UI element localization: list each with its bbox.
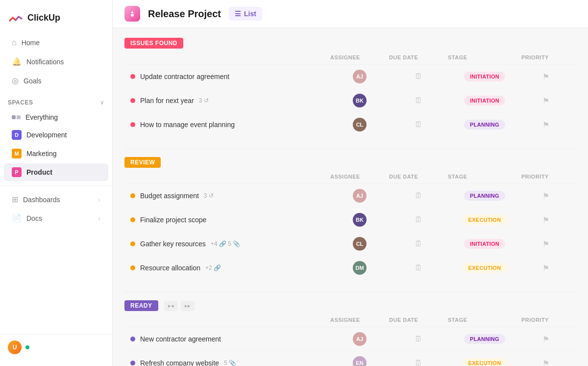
task-dot-yellow: [130, 193, 135, 198]
task-dot-red: [130, 122, 135, 127]
sidebar-item-dashboards[interactable]: ⊞ Dashboards ›: [4, 190, 108, 209]
docs-label: Docs: [26, 214, 42, 222]
table-row[interactable]: How to manage event planning CL 🗓 PLANNI…: [124, 113, 576, 137]
task-meta: +2 🔗: [205, 264, 221, 271]
stage-column-header: STAGE: [448, 317, 521, 323]
flag-icon: ⚑: [542, 263, 549, 273]
table-row[interactable]: Resource allocation +2 🔗 DM 🗓 EXECUTION …: [124, 256, 576, 280]
section-ready: READY ▸◂ ▸▸ ASSIGNEE DUE DATE STAGE PRIO…: [124, 300, 576, 366]
date-cell: 🗓: [389, 239, 448, 248]
sidebar-item-docs[interactable]: 📄 Docs ›: [4, 209, 108, 227]
table-row[interactable]: Gather key resources +4 🔗 5 📎 CL 🗓 INITI…: [124, 232, 576, 256]
flag-icon: ⚑: [542, 96, 549, 105]
task-list-content: ISSUES FOUND ASSIGNEE DUE DATE STAGE PRI…: [113, 28, 588, 366]
stage-cell: INITIATION: [448, 239, 521, 249]
assignee-cell: DM: [330, 261, 389, 275]
assignee-cell: AJ: [330, 189, 389, 203]
stage-column-header: STAGE: [448, 54, 521, 60]
priority-cell: ⚑: [521, 96, 570, 105]
user-status-dot: [25, 345, 29, 349]
development-label: Development: [26, 131, 67, 139]
priority-cell: ⚑: [521, 120, 570, 130]
task-dot-red: [130, 98, 135, 103]
table-row[interactable]: Plan for next year 3 ↺ BK 🗓 INITIATION ⚑: [124, 89, 576, 113]
everything-label: Everything: [25, 113, 58, 121]
task-name: Update contractor agreement: [130, 73, 330, 80]
task-column-header: [130, 54, 330, 60]
date-cell: 🗓: [389, 72, 448, 81]
avatar: U: [8, 340, 22, 354]
date-cell: 🗓: [389, 191, 448, 200]
assignee-cell: EN: [330, 356, 389, 366]
flag-icon: ⚑: [542, 120, 549, 130]
stage-cell: INITIATION: [448, 72, 521, 81]
calendar-icon: 🗓: [415, 120, 422, 129]
dashboards-chevron-icon: ›: [98, 196, 100, 204]
avatar: EN: [353, 356, 367, 366]
section-issues: ISSUES FOUND ASSIGNEE DUE DATE STAGE PRI…: [124, 38, 576, 137]
review-badge: REVIEW: [124, 157, 161, 168]
priority-column-header: PRIORITY: [521, 317, 570, 323]
review-table-header: ASSIGNEE DUE DATE STAGE PRIORITY: [124, 170, 576, 184]
list-view-tab[interactable]: ☰ List: [229, 7, 262, 21]
task-dot-yellow: [130, 217, 135, 222]
marketing-label: Marketing: [26, 150, 56, 157]
priority-cell: ⚑: [521, 263, 570, 273]
spaces-title: Spaces: [8, 99, 33, 106]
home-label: Home: [22, 39, 40, 47]
sidebar-item-everything[interactable]: Everything: [4, 109, 108, 125]
date-cell: 🗓: [389, 96, 448, 105]
date-cell: 🗓: [389, 359, 448, 366]
table-row[interactable]: Finalize project scope BK 🗓 EXECUTION ⚑: [124, 208, 576, 232]
stage-cell: EXECUTION: [448, 358, 521, 366]
table-row[interactable]: Update contractor agreement AJ 🗓 INITIAT…: [124, 65, 576, 89]
goals-icon: ◎: [12, 76, 19, 85]
bottom-nav: ⊞ Dashboards › 📄 Docs ›: [0, 185, 112, 228]
toolbar-placeholder-2: ▸▸: [181, 301, 195, 311]
task-name: Plan for next year 3 ↺: [130, 97, 330, 105]
task-meta: +4 🔗 5 📎: [211, 240, 240, 247]
assignee-cell: AJ: [330, 70, 389, 83]
calendar-icon: 🗓: [415, 215, 422, 224]
section-divider: [124, 149, 576, 149]
task-name: Refresh company website 5 📎: [130, 359, 330, 366]
spaces-section-header: Spaces ∨: [0, 94, 112, 109]
sidebar-item-home[interactable]: ⌂ Home: [4, 34, 108, 52]
task-name: Budget assignment 3 ↺: [130, 192, 330, 200]
calendar-icon: 🗓: [415, 96, 422, 105]
stage-cell: EXECUTION: [448, 263, 521, 273]
table-row[interactable]: New contractor agreement AJ 🗓 PLANNING ⚑: [124, 327, 576, 351]
sidebar-item-notifications[interactable]: 🔔 Notifications: [4, 52, 108, 71]
sidebar-item-product[interactable]: P Product: [4, 163, 108, 181]
flag-icon: ⚑: [542, 191, 549, 201]
sidebar-item-marketing[interactable]: M Marketing: [4, 145, 108, 162]
view-label: List: [244, 10, 256, 18]
task-dot-blue: [130, 361, 135, 366]
stage-badge: EXECUTION: [463, 215, 507, 225]
task-name: Gather key resources +4 🔗 5 📎: [130, 240, 330, 248]
task-dot-yellow: [130, 241, 135, 246]
table-row[interactable]: Refresh company website 5 📎 EN 🗓 EXECUTI…: [124, 351, 576, 366]
product-icon: P: [12, 167, 22, 177]
stage-cell: INITIATION: [448, 96, 521, 105]
task-meta: 5 📎: [224, 360, 236, 366]
chevron-down-icon[interactable]: ∨: [100, 99, 104, 106]
avatar: DM: [353, 261, 367, 275]
sidebar-item-goals[interactable]: ◎ Goals: [4, 72, 108, 90]
date-cell: 🗓: [389, 263, 448, 272]
user-area[interactable]: U: [0, 334, 112, 360]
flag-icon: ⚑: [542, 335, 549, 344]
stage-badge: EXECUTION: [463, 358, 507, 366]
priority-column-header: PRIORITY: [521, 174, 570, 180]
assignee-cell: BK: [330, 94, 389, 107]
avatar: BK: [353, 94, 367, 107]
table-row[interactable]: Budget assignment 3 ↺ AJ 🗓 PLANNING ⚑: [124, 184, 576, 208]
issues-badge: ISSUES FOUND: [124, 38, 183, 49]
sidebar-item-development[interactable]: D Development: [4, 126, 108, 144]
notifications-label: Notifications: [26, 58, 64, 66]
logo-area[interactable]: ClickUp: [0, 6, 112, 33]
stage-badge: INITIATION: [464, 239, 505, 249]
avatar: BK: [353, 213, 367, 227]
stage-badge: PLANNING: [464, 191, 505, 201]
section-review: REVIEW ASSIGNEE DUE DATE STAGE PRIORITY …: [124, 157, 576, 280]
